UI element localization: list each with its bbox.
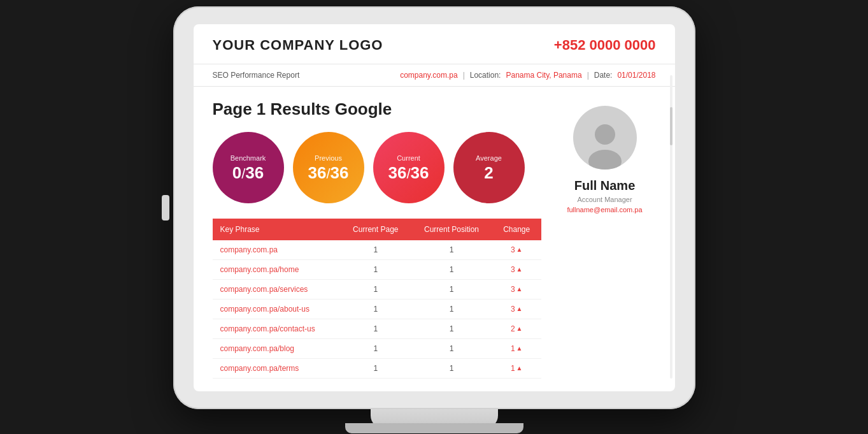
benchmark-circle: Benchmark 0/36 [213,132,284,203]
cell-page: 1 [340,338,411,358]
cell-position: 1 [411,240,492,260]
avatar-silhouette [586,122,624,170]
report-subheader: SEO Performance Report company.com.pa | … [194,64,675,87]
change-value: 1 [511,344,515,353]
cell-position: 1 [411,299,492,319]
tablet-stand [371,409,498,428]
company-logo: YOUR COMPANY LOGO [213,37,383,54]
average-label: Average [476,154,502,162]
cell-page: 1 [340,358,411,378]
left-content: Page 1 Results Google Benchmark 0/36 Pre… [213,99,541,379]
col-keyphrase: Key Phrase [213,219,341,240]
current-label: Current [397,154,420,162]
tablet-screen: YOUR COMPANY LOGO +852 0000 0000 SEO Per… [194,24,675,391]
full-name: Full Name [574,178,636,193]
arrow-up-icon: ▲ [516,246,523,253]
scrollbar-thumb[interactable] [670,107,672,145]
cell-change: 2 ▲ [492,319,541,338]
cell-phrase[interactable]: company.com.pa/home [213,259,341,279]
change-value: 2 [511,324,515,333]
cell-phrase[interactable]: company.com.pa [213,240,341,260]
table-row: company.com.pa/terms111 ▲ [213,358,541,378]
report-title: SEO Performance Report [213,71,300,80]
cell-page: 1 [340,259,411,279]
cell-change: 3 ▲ [492,279,541,299]
cell-change: 3 ▲ [492,259,541,279]
page-title: Page 1 Results Google [213,99,541,119]
account-email[interactable]: fullname@email.com.pa [567,206,642,213]
right-content: Full Name Account Manager fullname@email… [554,99,656,379]
cell-page: 1 [340,319,411,338]
arrow-up-icon: ▲ [516,266,523,273]
account-manager-label: Account Manager [577,196,632,203]
table-header: Key Phrase Current Page Current Position… [213,219,541,240]
previous-circle: Previous 36/36 [293,132,364,203]
benchmark-value: 0/36 [232,164,264,181]
phone-number: +852 0000 0000 [554,37,656,54]
tablet-frame: YOUR COMPANY LOGO +852 0000 0000 SEO Per… [173,6,695,409]
cell-phrase[interactable]: company.com.pa/terms [213,358,341,378]
report-meta: company.com.pa | Location: Panama City, … [400,71,655,80]
table-body: company.com.pa113 ▲company.com.pa/home11… [213,240,541,379]
cell-position: 1 [411,338,492,358]
svg-point-0 [595,124,615,145]
cell-position: 1 [411,259,492,279]
arrow-up-icon: ▲ [516,345,523,352]
average-value: 2 [484,164,493,181]
benchmark-label: Benchmark [231,154,266,162]
date-value: 01/01/2018 [617,71,655,80]
website-link[interactable]: company.com.pa [400,71,458,80]
cell-position: 1 [411,319,492,338]
cell-phrase[interactable]: company.com.pa/services [213,279,341,299]
arrow-up-icon: ▲ [516,365,523,372]
arrow-up-icon: ▲ [516,325,523,332]
svg-point-1 [588,150,622,170]
main-content: Page 1 Results Google Benchmark 0/36 Pre… [194,87,675,391]
cell-phrase[interactable]: company.com.pa/blog [213,338,341,358]
cell-change: 3 ▲ [492,240,541,260]
date-label: Date: [594,71,613,80]
col-currentpage: Current Page [340,219,411,240]
cell-position: 1 [411,279,492,299]
current-value: 36/36 [388,164,429,181]
cell-change: 3 ▲ [492,299,541,319]
cell-phrase[interactable]: company.com.pa/contact-us [213,319,341,338]
circles-row: Benchmark 0/36 Previous 36/36 [213,132,541,203]
change-value: 3 [511,245,515,254]
table-row: company.com.pa/services113 ▲ [213,279,541,299]
table-row: company.com.pa/home113 ▲ [213,259,541,279]
cell-change: 1 ▲ [492,358,541,378]
home-button[interactable] [162,195,169,221]
table-row: company.com.pa/contact-us112 ▲ [213,319,541,338]
col-position: Current Position [411,219,492,240]
cell-position: 1 [411,358,492,378]
arrow-up-icon: ▲ [516,286,523,293]
table-row: company.com.pa/about-us113 ▲ [213,299,541,319]
separator-2: | [587,71,589,80]
table-row: company.com.pa113 ▲ [213,240,541,260]
cell-change: 1 ▲ [492,338,541,358]
location-value: Panama City, Panama [506,71,581,80]
data-table: Key Phrase Current Page Current Position… [213,219,541,379]
location-label: Location: [470,71,501,80]
change-value: 3 [511,305,515,314]
arrow-up-icon: ▲ [516,305,523,312]
change-value: 3 [511,265,515,274]
change-value: 3 [511,285,515,294]
table-row: company.com.pa/blog111 ▲ [213,338,541,358]
cell-phrase[interactable]: company.com.pa/about-us [213,299,341,319]
previous-value: 36/36 [308,164,349,181]
avatar [573,106,637,170]
change-value: 1 [511,364,515,373]
current-circle: Current 36/36 [373,132,445,203]
scrollbar-track [670,75,672,379]
average-circle: Average 2 [453,132,525,203]
separator-1: | [463,71,465,80]
previous-label: Previous [315,154,342,162]
report-header: YOUR COMPANY LOGO +852 0000 0000 [194,24,675,64]
cell-page: 1 [340,299,411,319]
col-change: Change [492,219,541,240]
cell-page: 1 [340,279,411,299]
cell-page: 1 [340,240,411,260]
